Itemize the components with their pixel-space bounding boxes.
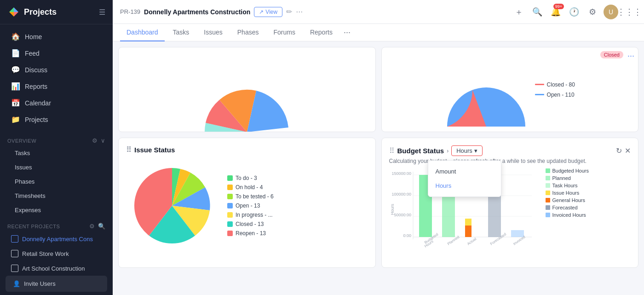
svg-text:50000:00: 50000:00 bbox=[394, 213, 411, 217]
tab-phases[interactable]: Phases bbox=[231, 24, 265, 41]
sidebar-nav: 🏠 Home 📄 Feed 💬 Discuss 📊 Reports 📅 Cale… bbox=[0, 24, 113, 132]
hours-dropdown-menu: Amount Hours bbox=[428, 160, 501, 197]
sidebar-sub-tasks[interactable]: Tasks bbox=[4, 146, 109, 160]
sidebar-item-projects[interactable]: 📁 Projects bbox=[4, 111, 109, 127]
svg-text:Actual: Actual bbox=[466, 237, 477, 246]
clock-icon: 🕐 bbox=[569, 7, 579, 17]
more-options-icon[interactable]: ··· bbox=[296, 7, 303, 17]
tab-reports[interactable]: Reports bbox=[304, 24, 339, 41]
hours-dropdown-arrow: ▾ bbox=[474, 147, 477, 154]
sidebar: Projects ☰ 🏠 Home 📄 Feed 💬 Discuss 📊 Rep… bbox=[0, 0, 113, 295]
budget-legend-general-hours: General Hours bbox=[546, 197, 589, 203]
budget-title: Budget Status bbox=[397, 147, 444, 155]
hours-dropdown-button[interactable]: Hours ▾ bbox=[451, 145, 483, 156]
recent-project-retail[interactable]: Retail Store Work bbox=[4, 247, 109, 260]
hours-dropdown-label: Hours bbox=[456, 147, 472, 154]
pencil-icon[interactable]: ✏ bbox=[286, 7, 292, 16]
issue-content: To do - 3 On hold - 4 To be tested - 6 bbox=[126, 160, 368, 252]
invite-users-label: Invite Users bbox=[24, 280, 56, 287]
task-hours-dot bbox=[546, 183, 550, 188]
tab-dashboard[interactable]: Dashboard bbox=[120, 24, 165, 41]
right-card-legend: Closed - 80 Open - 110 bbox=[535, 81, 575, 98]
closed-label: Closed - 80 bbox=[547, 81, 575, 88]
right-card-content: Closed - 80 Open - 110 bbox=[382, 47, 638, 132]
svg-marker-0 bbox=[9, 7, 14, 12]
dashboard: Closed - 80 Open - 110 Closed ··· ⠿ bbox=[113, 41, 644, 295]
invoiced-dot bbox=[546, 213, 550, 217]
sidebar-sub-issues[interactable]: Issues bbox=[4, 161, 109, 174]
issue-status-card: ⠿ Issue Status bbox=[118, 138, 376, 268]
budget-header: ⠿ Budget Status › Hours ▾ ↻ ✕ bbox=[389, 145, 631, 156]
open-label: Open - 13 bbox=[236, 202, 260, 209]
recent-search-icon[interactable]: 🔍 bbox=[98, 223, 106, 230]
issue-hours-dot bbox=[546, 191, 550, 195]
budget-legend-invoiced: Invoiced Hours bbox=[546, 212, 589, 218]
tab-issues[interactable]: Issues bbox=[197, 24, 229, 41]
sidebar-item-home[interactable]: 🏠 Home bbox=[4, 29, 109, 45]
overview-settings-icon[interactable]: ⚙ bbox=[92, 137, 98, 144]
dropdown-hours[interactable]: Hours bbox=[428, 179, 501, 193]
tobetested-dot bbox=[227, 194, 233, 199]
drag-handle-icon[interactable]: ⠿ bbox=[126, 145, 132, 154]
tab-more-icon[interactable]: ··· bbox=[341, 24, 353, 41]
topbar-actions: ＋ 🔍 🔔 99+ 🕐 ⚙ U ⋮⋮⋮ bbox=[512, 5, 637, 19]
svg-rect-16 bbox=[465, 226, 472, 237]
reopen-label: Reopen - 13 bbox=[236, 230, 266, 237]
grid-button[interactable]: ⋮⋮⋮ bbox=[622, 5, 637, 19]
recent-project-artschool[interactable]: Art School Construction bbox=[4, 261, 109, 275]
recent-filter-icon[interactable]: ⚙ bbox=[89, 223, 95, 230]
budget-close-button[interactable]: ✕ bbox=[625, 146, 631, 155]
sidebar-item-calendar[interactable]: 📅 Calendar bbox=[4, 95, 109, 111]
gear-icon: ⚙ bbox=[589, 7, 596, 17]
legend-onhold: On hold - 4 bbox=[227, 184, 274, 191]
hamburger-icon[interactable]: ☰ bbox=[99, 8, 105, 17]
sidebar-sub-timesheets[interactable]: Timesheets bbox=[4, 189, 109, 202]
overview-collapse-icon[interactable]: ∨ bbox=[101, 137, 106, 144]
artschool-label: Art School Construction bbox=[22, 265, 85, 272]
settings-button[interactable]: ⚙ bbox=[585, 5, 600, 19]
recent-project-donnelly[interactable]: Donnelly Apartments Cons bbox=[4, 232, 109, 246]
tab-forums[interactable]: Forums bbox=[267, 24, 301, 41]
clock-button[interactable]: 🕐 bbox=[567, 5, 581, 19]
svg-text:0:00: 0:00 bbox=[403, 233, 411, 238]
left-pie-chart bbox=[183, 47, 311, 132]
sidebar-sub-expenses[interactable]: Expenses bbox=[4, 203, 109, 217]
budget-chart-area: 150000:00 100000:00 50000:00 0:00 bbox=[389, 168, 631, 260]
top-right-more-icon[interactable]: ··· bbox=[627, 51, 634, 61]
budgeted-label: Budgeted Hours bbox=[552, 168, 589, 174]
budget-drag-handle[interactable]: ⠿ bbox=[389, 146, 395, 155]
inprogress-label: In progress - ... bbox=[236, 212, 273, 218]
logo-text: Projects bbox=[24, 7, 57, 17]
view-button[interactable]: ↗ View bbox=[254, 7, 282, 17]
retail-label: Retail Store Work bbox=[22, 250, 69, 257]
donnelly-label: Donnelly Apartments Cons bbox=[22, 236, 93, 243]
recent-label: Recent Projects bbox=[7, 224, 60, 229]
left-top-card bbox=[118, 47, 376, 132]
budget-legend-task-hours: Task Hours bbox=[546, 183, 589, 188]
overview-section: Overview ⚙ ∨ bbox=[0, 133, 113, 146]
budget-arrow-icon: › bbox=[447, 148, 448, 154]
invite-users-button[interactable]: 👤 Invite Users bbox=[6, 276, 107, 292]
notification-area: 🔔 99+ bbox=[548, 5, 563, 19]
legend-open: Open - 110 bbox=[535, 92, 575, 98]
open-color bbox=[535, 94, 544, 95]
home-icon: 🏠 bbox=[11, 32, 20, 41]
add-button[interactable]: ＋ bbox=[512, 5, 526, 19]
user-avatar[interactable]: U bbox=[604, 5, 618, 19]
dropdown-amount[interactable]: Amount bbox=[428, 164, 501, 179]
tab-forums-label: Forums bbox=[273, 29, 295, 36]
logo-area: Projects ☰ bbox=[0, 0, 113, 24]
right-top-card: Closed - 80 Open - 110 Closed ··· bbox=[381, 47, 639, 132]
sidebar-item-feed[interactable]: 📄 Feed bbox=[4, 45, 109, 61]
sidebar-sub-phases[interactable]: Phases bbox=[4, 175, 109, 188]
issue-legend: To do - 3 On hold - 4 To be tested - 6 bbox=[227, 175, 274, 237]
sidebar-item-discuss[interactable]: 💬 Discuss bbox=[4, 62, 109, 78]
closed-label: Closed - 13 bbox=[236, 221, 264, 227]
onhold-dot bbox=[227, 185, 233, 190]
sidebar-item-reports[interactable]: 📊 Reports bbox=[4, 78, 109, 94]
search-button[interactable]: 🔍 bbox=[530, 5, 545, 19]
budget-refresh-button[interactable]: ↻ bbox=[616, 146, 622, 155]
issue-status-title: Issue Status bbox=[134, 146, 175, 154]
topbar: PR-139 Donnelly Apartments Construction … bbox=[113, 0, 644, 24]
tab-tasks[interactable]: Tasks bbox=[167, 24, 196, 41]
